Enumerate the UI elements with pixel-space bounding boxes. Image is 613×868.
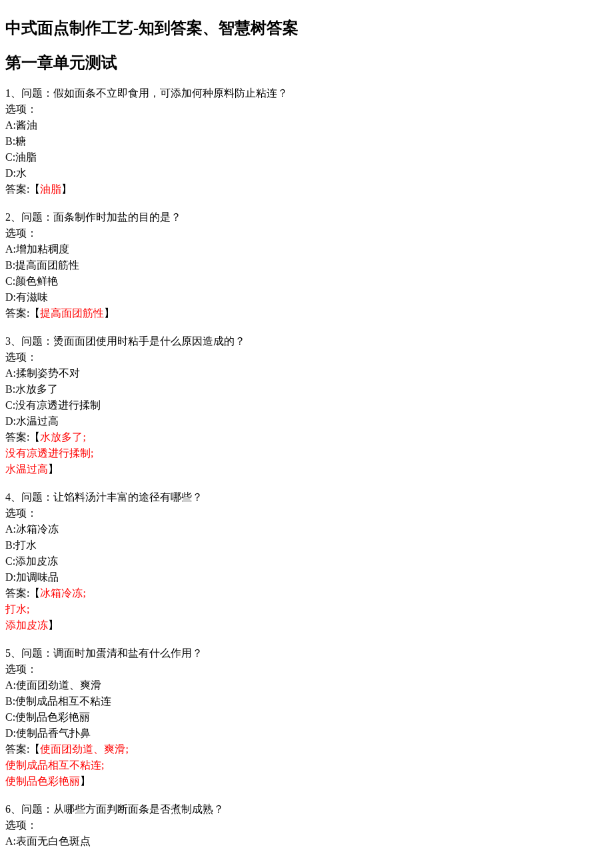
answer-prefix: 答案:【: [5, 183, 40, 195]
chapter-heading: 第一章单元测试: [5, 51, 608, 75]
question-text: 5、问题：调面时加蛋清和盐有什么作用？: [5, 645, 608, 661]
answer-suffix: 】: [48, 463, 59, 475]
question-text: 4、问题：让馅料汤汁丰富的途径有哪些？: [5, 489, 608, 505]
option-line: A:表面无白色斑点: [5, 833, 608, 849]
option-line: A:冰箱冷冻: [5, 521, 608, 537]
option-line: C:颜色鲜艳: [5, 273, 608, 289]
option-line: B:提高面团筋性: [5, 257, 608, 273]
question-block: 2、问题：面条制作时加盐的目的是？选项：A:增加粘稠度B:提高面团筋性C:颜色鲜…: [5, 209, 608, 321]
option-line: A:酱油: [5, 117, 608, 133]
answer-line: 答案:【提高面团筋性】: [5, 305, 608, 321]
option-line: B:糖: [5, 133, 608, 149]
option-line: C:添加皮冻: [5, 553, 608, 569]
option-line: A:使面团劲道、爽滑: [5, 677, 608, 693]
question-text: 3、问题：烫面面团使用时粘手是什么原因造成的？: [5, 333, 608, 349]
answer-line: 答案:【冰箱冷冻;: [5, 585, 608, 601]
option-line: B:使制成品相互不粘连: [5, 693, 608, 709]
answer-line: 没有凉透进行揉制;: [5, 445, 608, 461]
answer-text: 水温过高: [5, 463, 48, 475]
answer-suffix: 】: [61, 183, 72, 195]
question-block: 3、问题：烫面面团使用时粘手是什么原因造成的？选项：A:揉制姿势不对B:水放多了…: [5, 333, 608, 477]
question-text: 1、问题：假如面条不立即食用，可添加何种原料防止粘连？: [5, 85, 608, 101]
options-label: 选项：: [5, 661, 608, 677]
option-line: A:揉制姿势不对: [5, 365, 608, 381]
option-line: B:水放多了: [5, 381, 608, 397]
option-line: D:有滋味: [5, 289, 608, 305]
option-line: C:没有凉透进行揉制: [5, 397, 608, 413]
answer-line: 使制成品相互不粘连;: [5, 757, 608, 773]
question-block: 1、问题：假如面条不立即食用，可添加何种原料防止粘连？选项：A:酱油B:糖C:油…: [5, 85, 608, 197]
answer-line: 添加皮冻】: [5, 617, 608, 633]
option-line: C:油脂: [5, 149, 608, 165]
option-line: D:加调味品: [5, 569, 608, 585]
options-label: 选项：: [5, 225, 608, 241]
answer-prefix: 答案:【: [5, 307, 40, 319]
answer-line: 打水;: [5, 601, 608, 617]
answer-line: 答案:【水放多了;: [5, 429, 608, 445]
question-block: 6、问题：从哪些方面判断面条是否煮制成熟？选项：A:表面无白色斑点: [5, 801, 608, 849]
options-label: 选项：: [5, 349, 608, 365]
answer-prefix: 答案:【: [5, 743, 40, 755]
answer-text: 提高面团筋性: [40, 307, 104, 319]
option-line: D:水温过高: [5, 413, 608, 429]
answer-text: 使面团劲道、爽滑;: [40, 743, 128, 755]
option-line: C:使制品色彩艳丽: [5, 709, 608, 725]
answer-text: 油脂: [40, 183, 61, 195]
question-block: 5、问题：调面时加蛋清和盐有什么作用？选项：A:使面团劲道、爽滑B:使制成品相互…: [5, 645, 608, 789]
answer-suffix: 】: [104, 307, 115, 319]
answer-suffix: 】: [48, 619, 59, 631]
answer-line: 水温过高】: [5, 461, 608, 477]
option-line: D:水: [5, 165, 608, 181]
options-label: 选项：: [5, 505, 608, 521]
answer-text: 使制成品相互不粘连;: [5, 759, 104, 771]
options-label: 选项：: [5, 817, 608, 833]
option-line: D:使制品香气扑鼻: [5, 725, 608, 741]
answer-text: 冰箱冷冻;: [40, 587, 85, 599]
question-block: 4、问题：让馅料汤汁丰富的途径有哪些？选项：A:冰箱冷冻B:打水C:添加皮冻D:…: [5, 489, 608, 633]
answer-line: 答案:【使面团劲道、爽滑;: [5, 741, 608, 757]
answer-text: 添加皮冻: [5, 619, 48, 631]
option-line: B:打水: [5, 537, 608, 553]
answer-prefix: 答案:【: [5, 431, 40, 443]
answer-line: 使制品色彩艳丽】: [5, 773, 608, 789]
answer-suffix: 】: [80, 775, 91, 787]
question-text: 6、问题：从哪些方面判断面条是否煮制成熟？: [5, 801, 608, 817]
questions-container: 1、问题：假如面条不立即食用，可添加何种原料防止粘连？选项：A:酱油B:糖C:油…: [5, 85, 608, 849]
answer-text: 使制品色彩艳丽: [5, 775, 80, 787]
answer-text: 打水;: [5, 603, 29, 615]
question-text: 2、问题：面条制作时加盐的目的是？: [5, 209, 608, 225]
answer-prefix: 答案:【: [5, 587, 40, 599]
page-title: 中式面点制作工艺-知到答案、智慧树答案: [5, 16, 608, 40]
answer-text: 水放多了;: [40, 431, 85, 443]
options-label: 选项：: [5, 101, 608, 117]
answer-text: 没有凉透进行揉制;: [5, 447, 93, 459]
answer-line: 答案:【油脂】: [5, 181, 608, 197]
option-line: A:增加粘稠度: [5, 241, 608, 257]
